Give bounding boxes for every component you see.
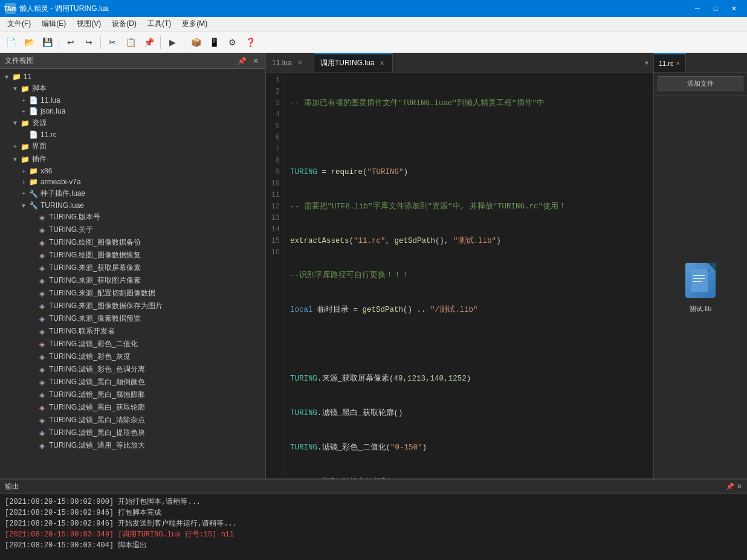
tree-arrow-11: ▼ [2,74,11,80]
tree-item-jsonlua[interactable]: + 📄 json.lua [0,106,265,117]
tree-label-TURING: TURING.luae [40,201,84,210]
tab-chevron[interactable]: ▾ [640,53,653,72]
tree-item-chajian[interactable]: ▼ 📁 插件 [0,153,265,166]
output-pin-icon[interactable]: 📌 [726,483,734,491]
tree-item-f8[interactable]: ◈ TURING.来源_图像数据保存为图片 [0,300,265,312]
tree-item-f17[interactable]: ◈ TURING.滤镜_黑白_清除杂点 [0,414,265,426]
tree-item-zhongzi[interactable]: + 🔧 种子插件.luae [0,187,265,200]
tree-label-armeabi: armeabi-v7a [40,178,81,186]
tree-item-ziyuan[interactable]: ▼ 📁 资源 [0,117,265,129]
tree-item-f11[interactable]: ◈ TURING.滤镜_彩色_二值化 [0,338,265,350]
app-icon: TAm [5,3,16,14]
func-icon: ◈ [36,365,47,374]
menu-view[interactable]: 视图(V) [72,18,106,31]
folder-icon: 📁 [11,72,22,81]
toolbar-package[interactable]: 📦 [187,34,204,51]
tree-item-armeabi[interactable]: + 📁 armeabi-v7a [0,176,265,187]
add-file-button[interactable]: 添加文件 [658,76,743,91]
file-tree[interactable]: ▼ 📁 11 ▼ 📁 脚本 + 📄 11.lua + [0,69,265,478]
toolbar-undo[interactable]: ↩ [62,34,79,51]
menu-edit[interactable]: 编辑(E) [37,18,71,31]
tree-item-f10[interactable]: ◈ TURING.联系开发者 [0,325,265,338]
tree-arrow-jiemian: + [11,143,19,150]
tree-item-TURING[interactable]: ▼ 🔧 TURING.luae [0,200,265,211]
tree-item-f7[interactable]: ◈ TURING.来源_配置切割图像数据 [0,287,265,300]
toolbar-copy[interactable]: 📋 [122,34,139,51]
tree-item-f16[interactable]: ◈ TURING.滤镜_黑白_获取轮廓 [0,401,265,414]
tree-item-f6[interactable]: ◈ TURING.来源_获取图片像素 [0,274,265,287]
lib-file-icon [681,261,720,300]
tree-arrow-chajian: ▼ [11,156,19,163]
right-tab-11rc[interactable]: 11.rc ✕ [654,53,686,72]
tab-calling-close[interactable]: ✕ [378,59,386,67]
right-tab-close[interactable]: ✕ [676,60,681,66]
tree-item-f5[interactable]: ◈ TURING.来源_获取屏幕像素 [0,262,265,274]
tree-label-f19: TURING.滤镜_通用_等比放大 [49,440,145,451]
toolbar-open[interactable]: 📂 [21,34,37,51]
tree-label-f17: TURING.滤镜_黑白_清除杂点 [49,415,145,425]
right-panel: 11.rc ✕ 添加文件 测试.lib [653,53,747,478]
output-close-icon[interactable]: ✕ [737,483,742,491]
right-panel-content: 测试.lib [654,95,747,478]
menu-device[interactable]: 设备(D) [107,18,141,31]
tree-label-11lua: 11.lua [40,96,60,105]
menu-file[interactable]: 文件(F) [2,18,36,31]
menu-more[interactable]: 更多(M) [177,18,212,31]
tree-item-f15[interactable]: ◈ TURING.滤镜_黑白_腐蚀膨胀 [0,388,265,401]
panel-pin-icon[interactable]: 📌 [236,56,248,66]
toolbar-help[interactable]: ❓ [242,34,259,51]
output-title: 输出 [5,481,19,492]
tree-item-x86[interactable]: + 📁 x86 [0,166,265,176]
tree-item-f18[interactable]: ◈ TURING.滤镜_黑白_提取色块 [0,426,265,439]
tree-item-f4[interactable]: ◈ TURING.绘图_图像数据恢复 [0,249,265,262]
tree-item-11rc[interactable]: 📄 11.rc [0,129,265,140]
panel-close-icon[interactable]: ✕ [251,56,260,66]
file-lua-icon: 📄 [28,96,39,105]
tab-calling[interactable]: 调用TURING.lua ✕ [314,53,393,72]
tree-item-jiemian[interactable]: + 📁 界面 [0,140,265,153]
tab-11lua-close[interactable]: ✕ [296,59,304,66]
tree-item-f9[interactable]: ◈ TURING.来源_像素数据预览 [0,312,265,325]
tab-11lua-label: 11.lua [272,59,292,67]
tree-item-11[interactable]: ▼ 📁 11 [0,71,265,82]
code-area[interactable]: -- 添加已有项的图灵插件文件"TURING.luae"到懒人精灵工程"插件"中… [285,72,653,478]
toolbar-redo[interactable]: ↪ [80,34,97,51]
output-line-2: [2021:08:20-15:00:02:946] 打包脚本完成 [5,507,742,518]
toolbar-cut[interactable]: ✂ [104,34,121,51]
tree-label-f11: TURING.滤镜_彩色_二值化 [49,339,138,349]
tree-item-f12[interactable]: ◈ TURING.滤镜_彩色_灰度 [0,350,265,363]
svg-rect-4 [693,281,702,282]
func-icon: ◈ [36,239,47,247]
file-json-icon: 📄 [28,107,39,115]
tree-item-f3[interactable]: ◈ TURING.绘图_图像数据备份 [0,236,265,249]
tree-item-f19[interactable]: ◈ TURING.滤镜_通用_等比放大 [0,439,265,452]
tree-item-f2[interactable]: ◈ TURING.关于 [0,224,265,236]
tree-item-f13[interactable]: ◈ TURING.滤镜_彩色_色调分离 [0,363,265,376]
code-line-5: extractAssets("11.rc", getSdPath(), "测试.… [290,236,648,247]
menu-tools[interactable]: 工具(T) [143,18,176,31]
close-button[interactable]: ✕ [725,2,742,14]
minimize-button[interactable]: ─ [689,2,706,14]
tree-item-f14[interactable]: ◈ TURING.滤镜_黑白_颠倒颜色 [0,376,265,388]
func-icon: ◈ [36,289,47,298]
func-icon: ◈ [36,315,47,323]
tree-arrow-jsonlua: + [19,108,28,115]
tree-item-jiaoben[interactable]: ▼ 📁 脚本 [0,82,265,95]
code-line-9: TURING.来源_获取屏幕像素(49,1213,140,1252) [290,373,648,385]
toolbar-new[interactable]: 📄 [2,34,19,51]
toolbar-run[interactable]: ▶ [164,34,181,51]
toolbar-settings[interactable]: ⚙ [224,34,241,51]
toolbar-save[interactable]: 💾 [39,34,56,51]
toolbar-paste[interactable]: 📌 [140,34,157,51]
toolbar-device[interactable]: 📱 [205,34,222,51]
editor-content[interactable]: 1 2 3 4 5 6 7 8 9 10 11 12 13 14 15 16 -… [266,72,653,478]
code-line-3: TURING = require("TURING") [290,167,648,178]
toolbar-sep-1 [59,36,59,49]
ln-13: 13 [268,213,280,224]
ln-5: 5 [268,121,280,132]
maximize-button[interactable]: □ [707,2,724,14]
tab-11lua[interactable]: 11.lua ✕ [266,53,314,72]
ln-10: 10 [268,178,280,190]
tree-item-11lua[interactable]: + 📄 11.lua [0,95,265,106]
tree-item-f1[interactable]: ◈ TURING.版本号 [0,211,265,224]
